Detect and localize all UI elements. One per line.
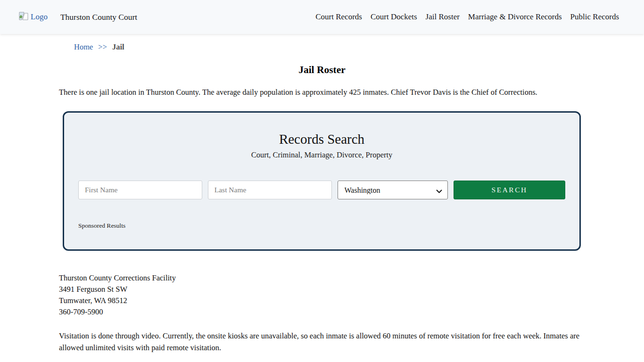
facility-street: 3491 Ferguson St SW <box>59 284 585 295</box>
site-logo[interactable]: Logo <box>19 12 48 22</box>
nav-court-dockets[interactable]: Court Dockets <box>371 12 417 22</box>
records-search-panel: Records Search Court, Criminal, Marriage… <box>63 111 581 251</box>
facility-address-block: Thurston County Corrections Facility 349… <box>59 272 585 318</box>
site-title: Thurston County Court <box>60 12 137 22</box>
breadcrumb-current: Jail <box>112 42 124 52</box>
intro-paragraph: There is one jail location in Thurston C… <box>59 88 585 97</box>
breadcrumb-separator: >> <box>98 42 107 52</box>
header: Logo Thurston County Court Court Records… <box>0 0 644 34</box>
nav-jail-roster[interactable]: Jail Roster <box>426 12 460 22</box>
state-select-wrap: Washington <box>338 181 448 199</box>
records-search-subtitle: Court, Criminal, Marriage, Divorce, Prop… <box>78 150 565 160</box>
page-title: Jail Roster <box>59 64 585 76</box>
breadcrumb-home-link[interactable]: Home <box>74 42 93 52</box>
last-name-input[interactable] <box>208 181 332 199</box>
facility-name: Thurston County Corrections Facility <box>59 272 585 284</box>
facility-city-state-zip: Tumwater, WA 98512 <box>59 295 585 306</box>
main-nav: Court Records Court Dockets Jail Roster … <box>315 12 619 22</box>
records-search-title: Records Search <box>78 132 565 147</box>
nav-marriage-divorce-records[interactable]: Marriage & Divorce Records <box>468 12 562 22</box>
sponsored-results-label: Sponsored Results <box>78 222 565 230</box>
logo-alt-text: Logo <box>31 12 48 22</box>
state-select[interactable]: Washington <box>338 181 448 199</box>
first-name-input[interactable] <box>78 181 202 199</box>
nav-court-records[interactable]: Court Records <box>315 12 362 22</box>
nav-public-records[interactable]: Public Records <box>570 12 619 22</box>
broken-image-icon <box>19 12 28 22</box>
search-form-row: Washington SEARCH <box>78 181 565 199</box>
breadcrumb: Home >> Jail <box>74 42 644 52</box>
visitation-paragraph: Visitation is done through video. Curren… <box>59 330 585 354</box>
main-content: Jail Roster There is one jail location i… <box>59 64 585 362</box>
search-button[interactable]: SEARCH <box>454 181 565 199</box>
facility-phone: 360-709-5900 <box>59 306 585 318</box>
